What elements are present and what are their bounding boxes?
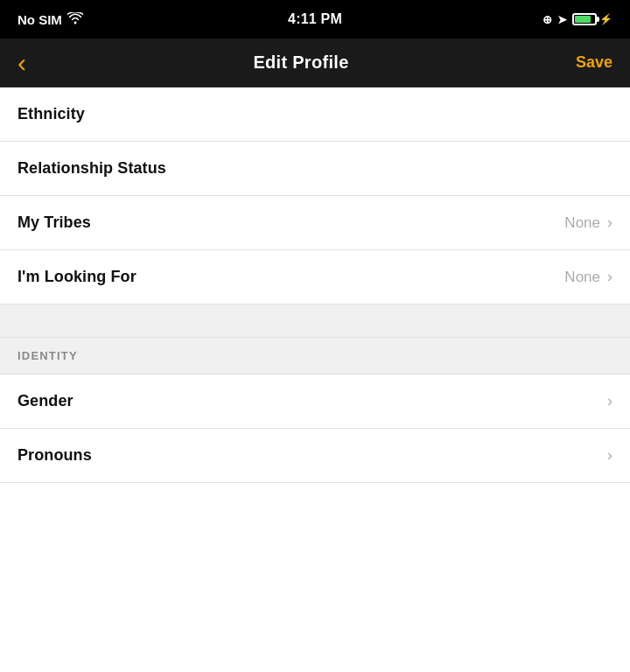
- lock-icon: ⊕: [542, 13, 552, 26]
- my-tribes-row[interactable]: My Tribes None ›: [0, 196, 630, 250]
- pronouns-value-container: ›: [607, 446, 612, 465]
- status-bar: No SIM 4:11 PM ⊕ ➤ ⚡: [0, 0, 630, 38]
- save-button[interactable]: Save: [569, 50, 612, 75]
- my-tribes-label: My Tribes: [18, 214, 91, 232]
- looking-for-value: None: [564, 269, 600, 286]
- chevron-left-icon: ‹: [18, 50, 26, 76]
- identity-header-label: IDENTITY: [18, 349, 78, 362]
- ethnicity-label: Ethnicity: [18, 105, 85, 123]
- page-title: Edit Profile: [253, 52, 348, 73]
- battery-fill: [575, 16, 591, 23]
- gender-value-container: ›: [607, 392, 612, 410]
- section-gap: [0, 304, 630, 338]
- ethnicity-row[interactable]: Ethnicity: [0, 88, 630, 142]
- relationship-status-row[interactable]: Relationship Status: [0, 142, 630, 196]
- looking-for-label: I'm Looking For: [18, 268, 136, 286]
- battery-container: ⚡: [572, 13, 612, 25]
- pronouns-label: Pronouns: [18, 446, 92, 465]
- gender-row[interactable]: Gender ›: [0, 374, 630, 429]
- nav-bar: ‹ Edit Profile Save: [0, 38, 630, 88]
- gender-label: Gender: [18, 392, 74, 410]
- status-right: ⊕ ➤ ⚡: [508, 13, 612, 26]
- relationship-status-label: Relationship Status: [18, 159, 166, 178]
- status-time: 4:11 PM: [288, 11, 342, 27]
- my-tribes-value: None: [564, 214, 600, 232]
- looking-for-row[interactable]: I'm Looking For None ›: [0, 250, 630, 304]
- battery-icon: [572, 13, 597, 25]
- looking-for-value-container: None ›: [564, 268, 612, 286]
- gender-chevron-icon: ›: [607, 392, 612, 410]
- carrier-label: No SIM: [18, 12, 62, 27]
- my-tribes-value-container: None ›: [564, 214, 612, 232]
- status-left: No SIM: [18, 12, 122, 27]
- location-icon: ➤: [557, 13, 567, 26]
- pronouns-row[interactable]: Pronouns ›: [0, 429, 630, 483]
- pronouns-chevron-icon: ›: [607, 446, 612, 465]
- content-area: Ethnicity Relationship Status My Tribes …: [0, 88, 630, 672]
- back-button[interactable]: ‹: [18, 46, 33, 80]
- looking-for-chevron-icon: ›: [607, 268, 612, 286]
- charging-icon: ⚡: [599, 13, 612, 25]
- wifi-icon: [67, 12, 83, 27]
- identity-section-header: IDENTITY: [0, 338, 630, 374]
- my-tribes-chevron-icon: ›: [607, 214, 612, 232]
